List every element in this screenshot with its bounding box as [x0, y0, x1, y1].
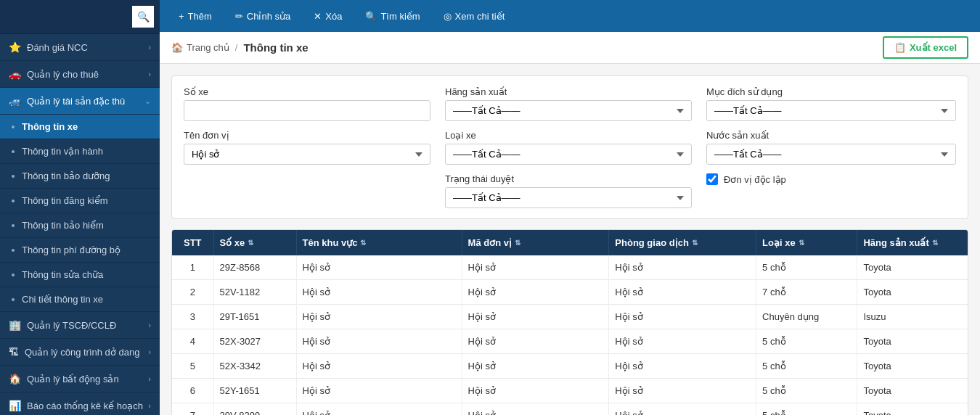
them-button[interactable]: + Thêm — [168, 7, 222, 26]
cell-khu-vuc: Hội sở — [296, 329, 462, 354]
sidebar-subitem-thong-tin-bao-duong[interactable]: Thông tin bảo dưỡng — [0, 164, 160, 189]
sidebar-item-quan-ly-bat-dong-san[interactable]: 🏠 Quản lý bất động sản › — [0, 366, 160, 393]
th-loai-xe[interactable]: Loại xe ⇅ — [756, 230, 857, 255]
cell-hang: Toyota — [857, 379, 968, 403]
sidebar-subitem-chi-tiet-thong-tin-xe[interactable]: Chi tiết thông tin xe — [0, 287, 160, 312]
breadcrumb-home[interactable]: 🏠 Trang chủ — [171, 42, 229, 53]
cell-loai: Chuyên dụng — [756, 305, 857, 329]
cell-stt: 1 — [172, 255, 213, 280]
th-phong-giao-dich[interactable]: Phòng giao dịch ⇅ — [609, 230, 756, 255]
star-icon: ⭐ — [9, 41, 21, 53]
th-hang-san-xuat[interactable]: Hãng sản xuất ⇅ — [857, 230, 968, 255]
cell-loai: 5 chỗ — [756, 354, 857, 379]
table-row[interactable]: 1 29Z-8568 Hội sở Hội sở Hội sở 5 chỗ To… — [172, 255, 968, 280]
sidebar-subitem-thong-tin-sua-chua[interactable]: Thông tin sửa chữa — [0, 263, 160, 287]
cell-so-xe: 52X-3342 — [213, 354, 296, 379]
cell-hang: Toyota — [857, 354, 968, 379]
sidebar-item-quan-ly-tscd[interactable]: 🏢 Quản lý TSCĐ/CCLĐ › — [0, 312, 160, 339]
sidebar-item-label: Quản lý công trình dở dang — [25, 347, 139, 358]
table-row[interactable]: 4 52X-3027 Hội sở Hội sở Hội sở 5 chỗ To… — [172, 329, 968, 354]
cell-so-xe: 29V-8299 — [213, 403, 296, 416]
sidebar-item-danh-gia-ncc[interactable]: ⭐ Đánh giá NCC › — [0, 34, 160, 61]
cell-so-xe: 52V-1182 — [213, 280, 296, 305]
filter-field-loai-xe: Loại xe ——Tất Cả—— — [445, 130, 692, 165]
house-icon: 🏠 — [9, 373, 21, 385]
trang-thai-select[interactable]: ——Tất Cả—— — [445, 187, 692, 208]
toolbar: + Thêm ✏ Chỉnh sửa ✕ Xóa 🔍 Tìm kiếm ◎ Xe… — [160, 0, 980, 32]
table-row[interactable]: 2 52V-1182 Hội sở Hội sở Hội sở 7 chỗ To… — [172, 280, 968, 305]
cell-phong: Hội sở — [609, 403, 756, 416]
sort-icon: ⇅ — [515, 239, 520, 247]
search-icon: 🔍 — [365, 11, 377, 22]
cell-khu-vuc: Hội sở — [296, 379, 462, 403]
th-ma-don-vi[interactable]: Mã đơn vị ⇅ — [462, 230, 609, 255]
filter-field-nuoc: Nước sản xuất ——Tất Cả—— — [706, 130, 956, 165]
sidebar-subitem-thong-tin-xe[interactable]: Thông tin xe — [0, 115, 160, 139]
muc-dich-select[interactable]: ——Tất Cả—— — [706, 100, 956, 121]
ten-dv-select[interactable]: Hội sở — [184, 144, 430, 165]
sidebar-subitem-label: Thông tin đăng kiểm — [22, 195, 108, 206]
hang-select[interactable]: ——Tất Cả—— Toyota Isuzu — [445, 100, 692, 121]
th-ten-khu-vuc[interactable]: Tên khu vực ⇅ — [296, 230, 462, 255]
sidebar-item-quan-ly-cho-thue[interactable]: 🚗 Quản lý cho thuê › — [0, 61, 160, 88]
sidebar-item-quan-ly-cong-trinh[interactable]: 🏗 Quản lý công trình dở dang › — [0, 339, 160, 366]
sidebar-search-button[interactable]: 🔍 — [132, 6, 154, 28]
chinh-sua-button[interactable]: ✏ Chỉnh sửa — [225, 7, 301, 26]
table-row[interactable]: 3 29T-1651 Hội sở Hội sở Hội sở Chuyên d… — [172, 305, 968, 329]
sort-icon: ⇅ — [248, 239, 253, 247]
table-row[interactable]: 7 29V-8299 Hội sở Hội sở Hội sở 5 chỗ To… — [172, 403, 968, 416]
filter-row-3: Trạng thái duyệt ——Tất Cả—— Đơn vị độc l… — [184, 173, 956, 208]
sort-icon: ⇅ — [360, 239, 366, 247]
filter-field-trang-thai: Trạng thái duyệt ——Tất Cả—— — [445, 173, 692, 208]
chevron-right-icon: › — [148, 321, 151, 329]
th-so-xe[interactable]: Số xe ⇅ — [213, 230, 296, 255]
cell-stt: 6 — [172, 379, 213, 403]
chinh-sua-label: Chỉnh sửa — [247, 11, 290, 22]
sidebar-item-bao-cao[interactable]: 📊 Báo cáo thống kê kế hoạch › — [0, 393, 160, 415]
home-icon: 🏠 — [171, 42, 183, 53]
cell-loai: 5 chỗ — [756, 403, 857, 416]
chevron-right-icon: › — [148, 401, 151, 410]
sidebar-subitem-thong-tin-van-hanh[interactable]: Thông tin vận hành — [0, 139, 160, 164]
filter-field-hang: Hãng sản xuất ——Tất Cả—— Toyota Isuzu — [445, 86, 692, 121]
th-stt: STT — [172, 230, 213, 255]
cell-ma-dv: Hội sở — [462, 403, 609, 416]
nuoc-label: Nước sản xuất — [706, 130, 956, 141]
cell-ma-dv: Hội sở — [462, 379, 609, 403]
chevron-right-icon: › — [148, 348, 151, 356]
sidebar-subitem-thong-tin-bao-hiem[interactable]: Thông tin bảo hiểm — [0, 213, 160, 238]
cell-loai: 5 chỗ — [756, 379, 857, 403]
xoa-button[interactable]: ✕ Xóa — [303, 7, 352, 26]
cell-ma-dv: Hội sở — [462, 305, 609, 329]
sidebar-subitem-thong-tin-phi-duong-bo[interactable]: Thông tin phí đường bộ — [0, 238, 160, 263]
chart-icon: 📊 — [9, 400, 21, 411]
sidebar-item-quan-ly-tai-san[interactable]: 🚙 Quản lý tài sản đặc thù ⌄ — [0, 88, 160, 115]
nuoc-select[interactable]: ——Tất Cả—— — [706, 144, 956, 165]
sidebar-subitem-label: Thông tin bảo dưỡng — [22, 170, 110, 181]
cell-khu-vuc: Hội sở — [296, 255, 462, 280]
cell-hang: Isuzu — [857, 305, 968, 329]
filter-row-2: Tên đơn vị Hội sở Loại xe ——Tất Cả—— Nướ… — [184, 130, 956, 165]
sidebar-subitem-label: Thông tin vận hành — [22, 146, 103, 157]
table-row[interactable]: 5 52X-3342 Hội sở Hội sở Hội sở 5 chỗ To… — [172, 354, 968, 379]
cell-so-xe: 52Y-1651 — [213, 379, 296, 403]
vehicle-icon: 🚙 — [9, 95, 21, 107]
so-xe-input[interactable] — [184, 100, 430, 121]
filter-field-muc-dich: Mục đích sử dụng ——Tất Cả—— — [706, 86, 956, 121]
don-vi-doc-lap-checkbox[interactable] — [706, 173, 718, 185]
sort-icon: ⇅ — [932, 239, 938, 247]
delete-icon: ✕ — [314, 11, 322, 22]
breadcrumb-home-label: Trang chủ — [187, 42, 229, 53]
tim-kiem-button[interactable]: 🔍 Tìm kiếm — [355, 7, 430, 26]
xoa-label: Xóa — [325, 11, 342, 22]
cell-khu-vuc: Hội sở — [296, 403, 462, 416]
sidebar-subitem-thong-tin-dang-kiem[interactable]: Thông tin đăng kiểm — [0, 189, 160, 213]
xem-chi-tiet-button[interactable]: ◎ Xem chi tiết — [433, 7, 515, 26]
table-row[interactable]: 6 52Y-1651 Hội sở Hội sở Hội sở 5 chỗ To… — [172, 379, 968, 403]
export-excel-button[interactable]: 📋 Xuất excel — [883, 36, 968, 59]
cell-ma-dv: Hội sở — [462, 329, 609, 354]
sidebar-item-label: Quản lý tài sản đặc thù — [27, 96, 125, 107]
data-table-container: STT Số xe ⇅ Tên khu vực ⇅ — [171, 229, 968, 415]
cell-ma-dv: Hội sở — [462, 354, 609, 379]
loai-xe-select[interactable]: ——Tất Cả—— — [445, 144, 692, 165]
